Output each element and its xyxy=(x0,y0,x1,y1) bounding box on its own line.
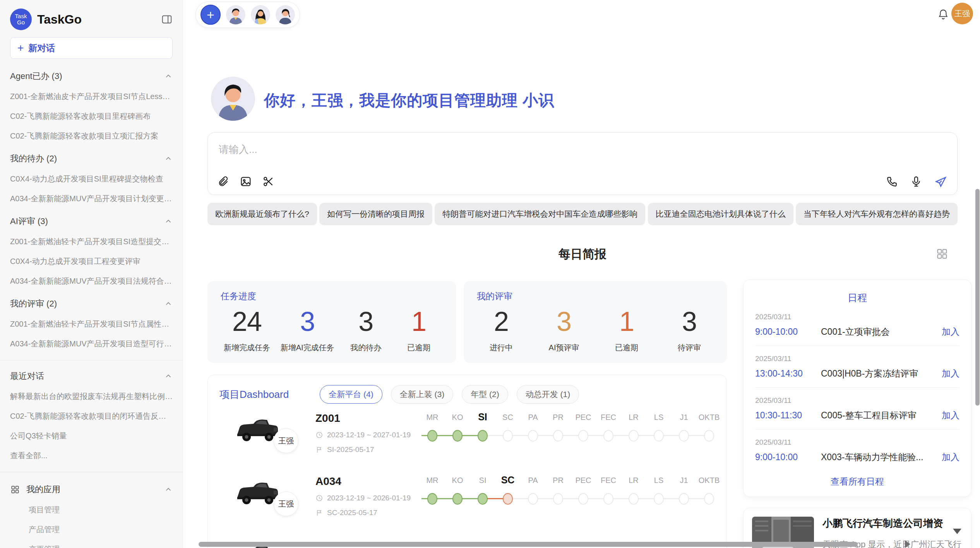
suggestion-chip[interactable]: 如何写一份清晰的项目周报 xyxy=(319,203,432,225)
app-item[interactable]: 变更管理 xyxy=(29,544,173,548)
horizontal-scrollbar[interactable] xyxy=(199,542,858,547)
scroll-right-arrow[interactable] xyxy=(905,540,910,548)
sidebar-task-item[interactable]: C0X4-动力总成开发项目工程变更评审 xyxy=(10,256,173,267)
schedule-event: C001-立项审批会 xyxy=(821,326,942,338)
phone-call-icon[interactable] xyxy=(886,175,898,188)
suggestion-chip[interactable]: 当下年轻人对汽车外观有怎样的喜好趋势 xyxy=(796,203,958,225)
schedule-row: 9:00-10:00C001-立项审批会加入 xyxy=(755,326,959,338)
recent-view-all-link[interactable]: 查看全部... xyxy=(10,450,173,461)
suggestion-chips: 欧洲新规最近颁布了什么?如何写一份清晰的项目周报特朗普可能对进口汽车增税会对中国… xyxy=(207,203,958,225)
vertical-scrollbar[interactable] xyxy=(975,189,980,406)
milestone-track: MRKOSISCPAPRPECFECLRLSJ1OKTB xyxy=(421,476,726,519)
stat-value: 3 xyxy=(668,306,711,337)
chevron-up-icon[interactable] xyxy=(164,300,173,308)
schedule-title: 日程 xyxy=(755,291,959,304)
stat-column: 3AI预评审 xyxy=(543,306,585,353)
recent-conversations-header[interactable]: 最近对话 xyxy=(10,370,173,382)
project-owner-badge: 王强 xyxy=(274,491,298,516)
join-meeting-link[interactable]: 加入 xyxy=(942,451,959,463)
attachment-icon[interactable] xyxy=(217,175,230,188)
recent-conversation-item[interactable]: 公司Q3轻卡销量 xyxy=(10,431,173,441)
sidebar-task-item[interactable]: Z001-全新燃油轻卡产品开发项目SI造型提交物评审 xyxy=(10,236,173,247)
schedule-event: X003-车辆动力学性能验... xyxy=(821,451,942,463)
suggestion-chip[interactable]: 特朗普可能对进口汽车增税会对中国车企造成哪些影响 xyxy=(435,203,645,225)
schedule-date: 2025/03/11 xyxy=(755,396,959,405)
recent-conversation-item[interactable]: 解释最新出台的欧盟报废车法规再生塑料比例被调至15%... xyxy=(10,391,173,402)
schedule-row: 13:00-14:30C003|H0B-方案冻结评审加入 xyxy=(755,368,959,380)
dashboard-tab[interactable]: 动总开发 (1) xyxy=(517,385,579,404)
message-input[interactable]: 请输入... xyxy=(219,143,946,156)
user-avatar[interactable]: 王强 xyxy=(951,3,973,24)
microphone-icon[interactable] xyxy=(910,175,922,188)
suggestion-chip[interactable]: 欧洲新规最近颁布了什么? xyxy=(207,203,317,225)
sidebar-section-header[interactable]: AI评审 (3) xyxy=(10,216,173,227)
milestone-dot xyxy=(603,493,613,505)
agent-avatar-2[interactable] xyxy=(251,5,270,24)
chevron-up-icon[interactable] xyxy=(164,217,173,226)
image-icon[interactable] xyxy=(240,175,252,188)
greeting-text: 你好，王强，我是你的项目管理助理 小识 xyxy=(264,90,554,111)
daily-briefing-title: 每日简报 xyxy=(207,246,958,262)
milestone-dot xyxy=(629,430,639,442)
app-item[interactable]: 产品管理 xyxy=(29,524,173,535)
notification-bell-icon[interactable] xyxy=(937,8,949,21)
stat-column: 1已逾期 xyxy=(397,306,440,353)
project-next-milestone: SC-2025-05-17 xyxy=(327,509,377,517)
section-label: 最近对话 xyxy=(10,370,44,382)
view-all-schedule-link[interactable]: 查看所有日程 xyxy=(755,476,959,488)
flag-icon xyxy=(315,446,323,454)
milestone-label: OKTB xyxy=(692,476,726,485)
chevron-up-icon[interactable] xyxy=(164,485,173,494)
dashboard-header: 项目Dashboard 全新平台 (4)全新上装 (3)年型 (2)动总开发 (… xyxy=(219,385,715,404)
sidebar-task-item[interactable]: A034-全新新能源MUV产品开发项目法规符合性评审 xyxy=(10,276,173,286)
message-composer[interactable]: 请输入... xyxy=(207,132,958,195)
add-agent-button[interactable]: + xyxy=(200,5,221,25)
join-meeting-link[interactable]: 加入 xyxy=(942,368,959,380)
app-item[interactable]: 项目管理 xyxy=(29,505,173,515)
project-row[interactable]: 王强Z0012023-12-19 ~ 2027-01-19SI-2025-05-… xyxy=(219,411,715,467)
join-meeting-link[interactable]: 加入 xyxy=(942,326,959,338)
briefing-layout-icon[interactable] xyxy=(936,248,948,260)
recent-conversation-item[interactable]: C02-飞腾新能源轻客改款项目的闭环通告反馈情况 xyxy=(10,411,173,421)
milestone-dot xyxy=(427,493,437,505)
sidebar-section-header[interactable]: 我的评审 (2) xyxy=(10,298,173,310)
sidebar-section-header[interactable]: Agent已办 (3) xyxy=(10,70,173,82)
my-review-stats: 2进行中3AI预评审1已逾期3待评审 xyxy=(477,306,714,353)
agent-avatar-3[interactable] xyxy=(276,5,295,24)
chevron-up-icon[interactable] xyxy=(164,72,173,80)
send-icon[interactable] xyxy=(934,175,946,188)
schedule-date: 2025/03/11 xyxy=(755,354,959,363)
schedule-event: C003|H0B-方案冻结评审 xyxy=(821,368,942,380)
sidebar-task-item[interactable]: C0X4-动力总成开发项目SI里程碑提交物检查 xyxy=(10,174,173,184)
scissors-icon[interactable] xyxy=(262,175,274,188)
sidebar-task-item[interactable]: Z001-全新燃油皮卡产品开发项目SI节点Lesson Learn报告 xyxy=(10,91,173,102)
dashboard-tab[interactable]: 全新上装 (3) xyxy=(391,385,454,404)
sidebar-section-header[interactable]: 我的待办 (2) xyxy=(10,153,173,164)
plus-icon: + xyxy=(17,42,24,54)
chevron-up-icon[interactable] xyxy=(164,154,173,163)
new-chat-button[interactable]: + 新对话 xyxy=(10,37,173,59)
dashboard-rows: 王强Z0012023-12-19 ~ 2027-01-19SI-2025-05-… xyxy=(219,411,715,548)
sidebar-task-item[interactable]: A034-全新新能源MUV产品开发项目造型可行性评审 xyxy=(10,339,173,349)
join-meeting-link[interactable]: 加入 xyxy=(942,409,959,421)
sidebar-task-item[interactable]: C02-飞腾新能源轻客改款项目里程碑画布 xyxy=(10,111,173,122)
milestone-dot xyxy=(478,430,488,442)
sidebar-collapse-icon[interactable] xyxy=(161,14,173,25)
suggestion-chip[interactable]: 比亚迪全固态电池计划具体说了什么 xyxy=(648,203,793,225)
project-flag: SC-2025-05-17 xyxy=(315,509,377,517)
my-apps: 我的应用项目管理产品管理变更管理查看全部... xyxy=(10,484,173,548)
agent-avatar-1[interactable] xyxy=(226,5,245,24)
scroll-down-arrow[interactable] xyxy=(953,529,961,534)
dashboard-tab[interactable]: 全新平台 (4) xyxy=(320,385,382,404)
project-row[interactable]: 王强A0342023-12-19 ~ 2026-01-19SC-2025-05-… xyxy=(219,474,715,530)
sidebar-task-item[interactable]: C02-飞腾新能源轻客改款项目立项汇报方案 xyxy=(10,131,173,141)
project-dates: 2023-12-19 ~ 2027-01-19 xyxy=(315,431,411,439)
dashboard-tab[interactable]: 年型 (2) xyxy=(462,385,508,404)
sidebar-task-item[interactable]: Z001-全新燃油轻卡产品开发项目SI节点属性5D文件评审 xyxy=(10,319,173,329)
stat-value: 1 xyxy=(605,306,648,337)
user-name: 王强 xyxy=(954,9,970,19)
project-next-milestone: SI-2025-05-17 xyxy=(327,445,374,454)
chevron-up-icon[interactable] xyxy=(164,372,173,380)
sidebar-task-item[interactable]: A034-全新新能源MUV产品开发项目计划变更表编写 xyxy=(10,194,173,204)
my-apps-header[interactable]: 我的应用 xyxy=(10,484,173,495)
